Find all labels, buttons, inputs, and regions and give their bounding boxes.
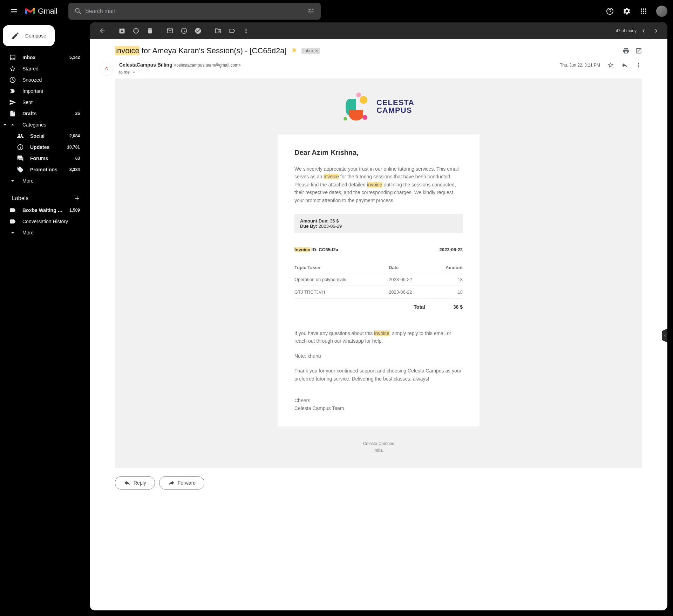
label-icon — [9, 207, 16, 214]
account-avatar[interactable] — [656, 6, 667, 17]
more-button[interactable] — [239, 24, 253, 38]
labels-button[interactable] — [225, 24, 239, 38]
search-input[interactable] — [85, 8, 304, 14]
sidebar-item-drafts[interactable]: Drafts25 — [0, 108, 84, 119]
table-row: GTJ TRCTJVH2023-06-2218 — [294, 286, 463, 298]
sender-avatar[interactable]: C — [100, 62, 114, 76]
forward-icon — [168, 479, 175, 486]
sender-email: <celestacampus.team@gmail.com> — [174, 63, 241, 68]
gmail-logo-text: Gmail — [38, 7, 57, 16]
gmail-logo-icon — [25, 7, 35, 15]
sender-date: Thu, Jun 22, 3:11 PM — [560, 63, 600, 68]
questions-paragraph: If you have any questions about this inv… — [294, 329, 463, 345]
back-button[interactable] — [95, 24, 109, 38]
sidebar-more-label: More — [22, 178, 80, 184]
sidebar: Compose Inbox5,142StarredSnoozedImportan… — [0, 22, 90, 616]
pencil-icon — [11, 32, 20, 40]
sidebar-item-important[interactable]: Important — [0, 85, 84, 97]
updates-icon — [17, 144, 24, 151]
archive-button[interactable] — [115, 24, 129, 38]
settings-icon[interactable] — [620, 4, 634, 18]
labels-header: Labels — [3, 192, 87, 205]
email-body: CELESTACAMPUS Dear Azim Krishna, We sinc… — [115, 78, 642, 468]
main-menu-button[interactable] — [6, 3, 22, 20]
invoice-table: Topic TakenDateAmount Operation on polyn… — [294, 262, 463, 299]
sidebar-item-categories[interactable]: Categories — [0, 119, 84, 130]
table-row: Operation on polynomials2023-06-2218 — [294, 273, 463, 286]
reply-button[interactable]: Reply — [115, 476, 155, 490]
add-label-button[interactable] — [73, 194, 81, 203]
note: Note: khuhu — [294, 352, 463, 360]
sidebar-item-boxbe-waiting-[interactable]: Boxbe Waiting …1,509 — [0, 205, 84, 216]
drafts-icon — [9, 110, 16, 117]
header: Gmail — [0, 0, 673, 22]
add-to-tasks-button[interactable] — [191, 24, 205, 38]
header-actions — [603, 4, 667, 18]
sidebar-item-promotions[interactable]: Promotions8,384 — [0, 164, 84, 175]
signoff: Cheers,Celesta Campus Team — [294, 397, 463, 412]
sidebar-item-conversation-history[interactable]: Conversation History — [0, 216, 84, 227]
mark-unread-button[interactable] — [163, 24, 177, 38]
email-footer: Celesta CampusIndia. — [115, 426, 642, 454]
snooze-icon — [9, 76, 16, 83]
label-icon — [9, 218, 16, 225]
print-icon[interactable] — [623, 47, 630, 54]
apps-icon[interactable] — [637, 4, 651, 18]
search-options-icon[interactable] — [304, 4, 318, 18]
sidebar-item-starred[interactable]: Starred — [0, 63, 84, 74]
amount-due-box: Amount Due: 36 $ Due By: 2023-06-29 — [294, 214, 463, 233]
reply-icon[interactable] — [621, 62, 628, 69]
more-icon[interactable] — [635, 62, 642, 69]
labels-header-text: Labels — [12, 195, 28, 201]
gmail-logo[interactable]: Gmail — [22, 7, 68, 16]
thankyou-paragraph: Thank you for your continued support and… — [294, 367, 463, 383]
sidebar-item-social[interactable]: Social2,084 — [0, 130, 84, 142]
close-icon[interactable]: × — [315, 48, 318, 54]
chevron-down-icon — [131, 69, 137, 75]
important-icon — [9, 88, 16, 95]
sidebar-item-inbox[interactable]: Inbox5,142 — [0, 52, 84, 63]
sidebar-item-updates[interactable]: Updates10,781 — [0, 142, 84, 153]
social-icon — [17, 132, 24, 139]
report-spam-button[interactable] — [129, 24, 143, 38]
greeting: Dear Azim Krishna, — [294, 149, 463, 157]
star-icon[interactable] — [607, 62, 614, 69]
inbox-icon — [9, 54, 16, 61]
labels-more[interactable]: More — [0, 227, 84, 238]
reply-area: Reply Forward — [90, 468, 667, 511]
subject-row: Invoice for Ameya Karan's Session(s) - [… — [90, 39, 667, 58]
intro-paragraph: We sincerely appreciate your trust in ou… — [294, 165, 463, 181]
categories-icon — [9, 121, 16, 128]
sender-to[interactable]: to me — [119, 69, 554, 75]
compose-label: Compose — [25, 33, 46, 39]
newer-button[interactable] — [638, 25, 649, 36]
move-to-button[interactable] — [211, 24, 225, 38]
sidebar-more[interactable]: More — [0, 175, 84, 186]
inbox-chip[interactable]: Inbox× — [301, 48, 320, 54]
older-button[interactable] — [651, 25, 662, 36]
open-new-window-icon[interactable] — [635, 47, 642, 54]
search-icon[interactable] — [71, 4, 85, 18]
important-marker-icon[interactable] — [291, 47, 297, 55]
forums-icon — [17, 155, 24, 162]
sidebar-item-snoozed[interactable]: Snoozed — [0, 74, 84, 85]
sidebar-item-sent[interactable]: Sent — [0, 97, 84, 108]
detail-paragraph: Please find the attached detailed invoic… — [294, 181, 463, 204]
reply-icon — [124, 479, 131, 486]
promotions-icon — [17, 166, 24, 173]
support-icon[interactable] — [603, 4, 617, 18]
compose-button[interactable]: Compose — [3, 25, 55, 46]
snooze-button[interactable] — [177, 24, 191, 38]
chevron-down-icon — [9, 177, 16, 184]
chevron-down-icon — [9, 229, 16, 236]
message-position: 47 of many — [616, 28, 637, 33]
sender-name: CelestaCampus Billing — [119, 62, 172, 68]
labels-more-label: More — [22, 230, 80, 235]
chevron-down-icon — [1, 121, 8, 128]
forward-button[interactable]: Forward — [159, 476, 204, 490]
delete-button[interactable] — [143, 24, 157, 38]
sidebar-item-forums[interactable]: Forums63 — [0, 153, 84, 164]
sender-row: C CelestaCampus Billing <celestacampus.t… — [90, 58, 667, 78]
toolbar-separator — [208, 27, 208, 34]
subject: Invoice for Ameya Karan's Session(s) - [… — [115, 46, 287, 55]
